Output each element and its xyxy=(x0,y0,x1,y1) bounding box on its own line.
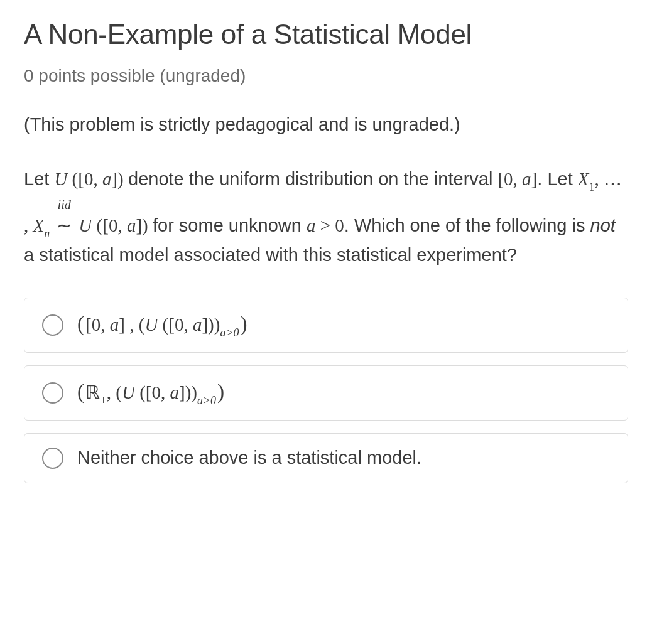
math-lbracket: [ xyxy=(168,314,175,335)
answer-option-c[interactable]: Neither choice above is a statistical mo… xyxy=(24,433,628,483)
radio-icon xyxy=(42,314,63,336)
math-zero: 0 xyxy=(84,169,94,189)
math-rbracket: ] xyxy=(179,382,185,402)
math-a: a xyxy=(102,169,112,189)
math-X: X xyxy=(578,169,589,189)
answer-option-label: ([0, a] , (U ([0, a]))a>0) xyxy=(77,312,247,338)
math-zero: 0 xyxy=(109,215,118,235)
math-comma: , xyxy=(93,169,102,189)
math-blackboard-R: ℝ xyxy=(85,382,101,402)
math-zero: 0 xyxy=(151,382,161,402)
math-sub-a-gt-0: a>0 xyxy=(197,394,216,407)
math-lbracket: [ xyxy=(85,314,92,335)
prompt-text: a statistical model associated with this… xyxy=(24,245,517,265)
math-iid-tilde: iid∼ xyxy=(57,195,72,240)
math-rparen: ) xyxy=(241,312,247,335)
math-cal-U: U xyxy=(79,215,92,235)
math-a: a xyxy=(307,215,316,235)
radio-icon xyxy=(42,382,63,404)
math-lbracket: [ xyxy=(497,169,504,189)
math-rparen: ) xyxy=(214,314,220,335)
answer-option-label: (ℝ+, (U ([0, a]))a>0) xyxy=(77,380,224,406)
math-lparen: ( xyxy=(67,169,78,189)
math-lbracket: [ xyxy=(102,215,109,235)
math-rbracket: ] xyxy=(111,169,117,189)
prompt-text: Let xyxy=(24,169,54,189)
math-a: a xyxy=(127,215,136,235)
math-comma: , xyxy=(125,314,139,335)
math-rbracket: ] xyxy=(202,314,208,335)
math-lparen: ( xyxy=(139,382,146,402)
math-comma: , xyxy=(107,382,116,402)
math-lbracket: [ xyxy=(78,169,84,189)
problem-points: 0 points possible (ungraded) xyxy=(24,66,628,86)
prompt-not: not xyxy=(590,215,616,235)
math-zero: 0 xyxy=(504,169,513,189)
math-comma: , xyxy=(101,314,110,335)
problem-prompt: Let U ([0, a]) denote the uniform distri… xyxy=(24,165,628,269)
math-rbracket: ] xyxy=(531,169,538,189)
math-cal-U: U xyxy=(54,169,67,189)
math-rparen: ) xyxy=(142,215,153,235)
math-sub1: 1 xyxy=(589,181,595,193)
prompt-text: denote the uniform distribution on the i… xyxy=(128,169,497,189)
math-sub-a-gt-0: a>0 xyxy=(220,326,239,339)
math-sub-n: n xyxy=(44,227,50,240)
math-rbracket: ] xyxy=(119,314,125,335)
problem-title: A Non-Example of a Statistical Model xyxy=(24,19,628,50)
math-rparen: ) xyxy=(191,382,197,402)
math-zero: 0 xyxy=(175,314,184,335)
radio-icon xyxy=(42,448,63,469)
math-a: a xyxy=(110,314,119,335)
math-space xyxy=(158,314,162,335)
math-comma: , xyxy=(161,382,170,402)
math-lparen: ( xyxy=(116,382,122,402)
math-rparen: ) xyxy=(208,314,214,335)
math-a: a xyxy=(522,169,531,189)
math-rparen: ) xyxy=(185,382,192,402)
math-sub-plus: + xyxy=(101,394,107,407)
math-rbracket: ] xyxy=(136,215,142,235)
math-zero: 0 xyxy=(92,314,101,335)
prompt-text: . Let xyxy=(537,169,578,189)
answer-option-b[interactable]: (ℝ+, (U ([0, a]))a>0) xyxy=(24,365,628,421)
math-a: a xyxy=(193,314,202,335)
math-X: X xyxy=(33,215,45,235)
math-comma: , xyxy=(183,314,193,335)
math-lparen: ( xyxy=(92,215,102,235)
answer-option-label: Neither choice above is a statistical mo… xyxy=(77,448,421,468)
math-cal-U: U xyxy=(144,314,158,335)
math-rparen: ) xyxy=(217,380,224,403)
math-comma: , xyxy=(117,215,127,235)
prompt-text: . Which one of the following is xyxy=(344,215,590,235)
math-a: a xyxy=(170,382,179,402)
problem-note: (This problem is strictly pedagogical an… xyxy=(24,114,628,135)
answer-option-a[interactable]: ([0, a] , (U ([0, a]))a>0) xyxy=(24,298,628,353)
math-gt0: > 0 xyxy=(315,215,344,235)
math-lparen: ( xyxy=(77,380,84,403)
math-lparen: ( xyxy=(77,312,84,335)
math-lparen: ( xyxy=(163,314,169,335)
math-lparen: ( xyxy=(139,314,145,335)
problem-container: A Non-Example of a Statistical Model 0 p… xyxy=(0,0,652,644)
prompt-text: for some unknown xyxy=(153,215,307,235)
answer-options: ([0, a] , (U ([0, a]))a>0) (ℝ+, (U ([0, … xyxy=(24,298,628,483)
math-iid: iid xyxy=(58,195,71,215)
math-rparen: ) xyxy=(117,169,128,189)
math-tilde: ∼ xyxy=(57,215,72,235)
math-comma: , xyxy=(513,169,523,189)
math-cal-U: U xyxy=(122,382,135,402)
